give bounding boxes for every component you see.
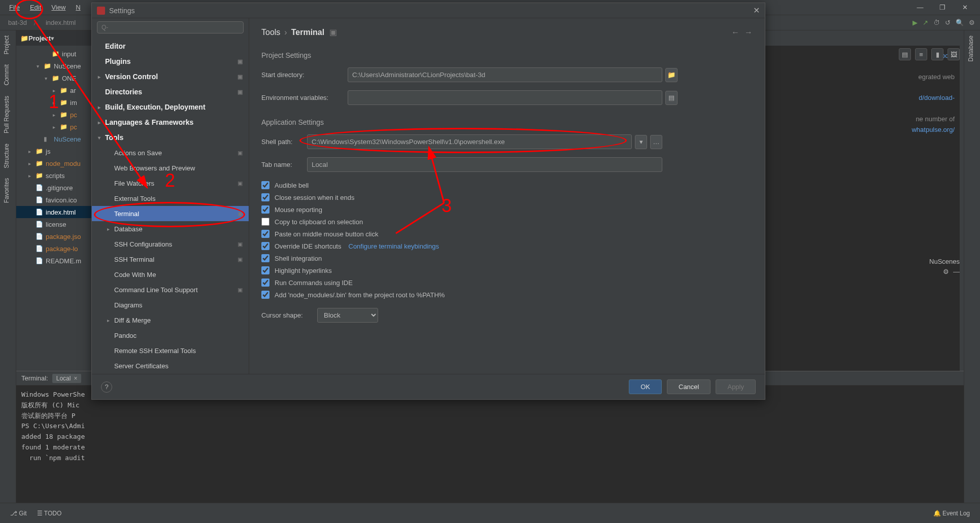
chevron-icon: ▸ (98, 104, 105, 110)
statusbar-event-log[interactable]: 🔔 Event Log (928, 510, 975, 517)
file-icon: 📁 (60, 99, 68, 106)
settings-tree-item[interactable]: Editor (92, 39, 249, 54)
close-icon[interactable]: × (74, 375, 77, 382)
rail-commit[interactable]: Commit (0, 59, 13, 90)
rail-database[interactable]: Database (964, 30, 977, 66)
start-directory-input[interactable] (348, 67, 662, 82)
terminal-tab-local[interactable]: Local× (52, 374, 82, 383)
settings-tree-item[interactable]: ▾Tools (92, 130, 249, 145)
checkbox[interactable] (261, 230, 269, 238)
view-split-icon[interactable]: ▮ (931, 48, 943, 60)
dialog-close-icon[interactable]: ✕ (753, 6, 760, 15)
settings-tree-item[interactable]: Plugins▣ (92, 54, 249, 69)
chevron-icon: ▾ (45, 76, 52, 81)
toolbar-deploy-icon[interactable]: ↗ (923, 19, 928, 26)
checkbox[interactable] (261, 181, 269, 189)
cancel-button[interactable]: Cancel (667, 379, 711, 394)
browse-icon[interactable]: … (650, 135, 662, 149)
breadcrumb-file[interactable]: index.html (43, 19, 79, 26)
editor-view-toolbar: ▤ ≡ ▮ 🖼 (899, 48, 960, 60)
menu-edit[interactable]: Edit (25, 4, 46, 11)
checkbox[interactable] (261, 205, 269, 214)
settings-tree-item[interactable]: Actions on Save▣ (92, 145, 249, 160)
view-columns-icon[interactable]: ▤ (899, 48, 911, 60)
settings-tree-item[interactable]: File Watchers▣ (92, 176, 249, 191)
ok-button[interactable]: OK (629, 379, 662, 394)
window-maximize[interactable]: ❐ (935, 4, 950, 11)
editor-link[interactable]: whatpulse.org/ (911, 126, 955, 133)
configure-link[interactable]: Configure terminal keybindings (349, 242, 439, 250)
settings-tree-item[interactable]: Web Browsers and Preview (92, 160, 249, 176)
settings-tree-item[interactable]: External Tools (92, 191, 249, 206)
chevron-icon: ▸ (53, 100, 60, 106)
breadcrumb-project[interactable]: bat-3d (5, 19, 30, 26)
settings-tree-item[interactable]: Pandoc (92, 328, 249, 343)
view-list-icon[interactable]: ≡ (915, 48, 927, 60)
toolbar-undo-icon[interactable]: ↺ (945, 19, 951, 26)
chevron-icon: ▸ (107, 318, 114, 323)
nav-back-icon[interactable]: ← (731, 28, 739, 37)
chevron-down-icon[interactable]: ▾ (51, 34, 54, 42)
persist-icon: ▣ (329, 27, 337, 37)
settings-tree-item[interactable]: SSH Terminal▣ (92, 252, 249, 267)
settings-tree-item[interactable]: Command Line Tool Support▣ (92, 282, 249, 297)
browse-folder-icon[interactable]: 📁 (665, 68, 678, 82)
tab-name-input[interactable] (307, 157, 662, 172)
statusbar-todo[interactable]: ☰ TODO (32, 510, 67, 517)
settings-search-input[interactable] (97, 21, 244, 33)
settings-tree-item[interactable]: ▸Database (92, 221, 249, 236)
minimize-icon[interactable]: — (953, 268, 960, 275)
window-minimize[interactable]: — (913, 4, 927, 11)
env-vars-input[interactable] (348, 90, 662, 105)
checkbox[interactable] (261, 254, 269, 262)
settings-tree-item[interactable]: SSH Configurations▣ (92, 236, 249, 252)
settings-tree-item[interactable]: ▸Build, Execution, Deployment (92, 99, 249, 115)
settings-tree-item[interactable]: Code With Me (92, 267, 249, 282)
settings-tree-item[interactable]: Remote SSH External Tools (92, 343, 249, 358)
chevron-icon: ▸ (98, 120, 105, 125)
dropdown-icon[interactable]: ▾ (635, 135, 647, 149)
settings-tree-item[interactable]: Terminal▣ (92, 206, 249, 221)
nav-forward-icon[interactable]: → (745, 28, 753, 37)
checkbox-label: Run Commands using IDE (275, 279, 353, 287)
list-icon[interactable]: ▤ (665, 91, 678, 105)
view-image-icon[interactable]: 🖼 (948, 48, 960, 60)
checkbox[interactable] (261, 291, 269, 299)
editor-link[interactable]: d/download- (919, 94, 955, 101)
window-close[interactable]: ✕ (958, 4, 972, 11)
checkbox[interactable] (261, 242, 269, 250)
cursor-shape-select[interactable]: Block (317, 308, 378, 323)
toolbar-timer-icon[interactable]: ⏱ (933, 19, 940, 26)
settings-crumb-tools[interactable]: Tools (261, 28, 280, 37)
checkbox[interactable] (261, 266, 269, 274)
chevron-icon: ▸ (53, 112, 60, 118)
shell-path-input[interactable] (307, 134, 632, 149)
apply-button[interactable]: Apply (716, 379, 756, 394)
right-tool-rail: Database (964, 30, 980, 503)
checkbox[interactable] (261, 193, 269, 201)
chevron-icon: ▸ (107, 226, 114, 232)
rail-project[interactable]: Project (0, 30, 13, 59)
help-icon[interactable]: ? (101, 381, 112, 393)
rail-structure[interactable]: Structure (0, 138, 13, 173)
settings-tree-item[interactable]: ▸Languages & Frameworks (92, 115, 249, 130)
settings-tree-item[interactable]: ▸Diff & Merge (92, 312, 249, 328)
checkbox[interactable] (261, 278, 269, 287)
settings-tree-item[interactable]: Server Certificates (92, 358, 249, 373)
checkbox[interactable] (261, 218, 269, 226)
toolbar-run-icon[interactable]: ▶ (913, 19, 918, 26)
checkbox-label: Add 'node_modules/.bin' from the project… (275, 291, 445, 299)
settings-tree-item[interactable]: ▸Version Control▣ (92, 69, 249, 84)
settings-tree-item[interactable]: Diagrams (92, 297, 249, 312)
rail-pull-requests[interactable]: Pull Requests (0, 91, 13, 138)
settings-tree-item[interactable]: Directories▣ (92, 84, 249, 99)
menu-view[interactable]: View (46, 4, 71, 11)
menu-file[interactable]: File (4, 4, 25, 11)
menu-more[interactable]: N (71, 4, 85, 11)
rail-favorites[interactable]: Favorites (0, 173, 13, 208)
file-icon: 📁 (60, 87, 68, 94)
toolbar-settings-icon[interactable]: ⚙ (969, 19, 975, 26)
gear-icon[interactable]: ⚙ (943, 268, 949, 275)
statusbar-git[interactable]: ⎇ Git (5, 510, 32, 517)
toolbar-search-icon[interactable]: 🔍 (956, 19, 964, 26)
